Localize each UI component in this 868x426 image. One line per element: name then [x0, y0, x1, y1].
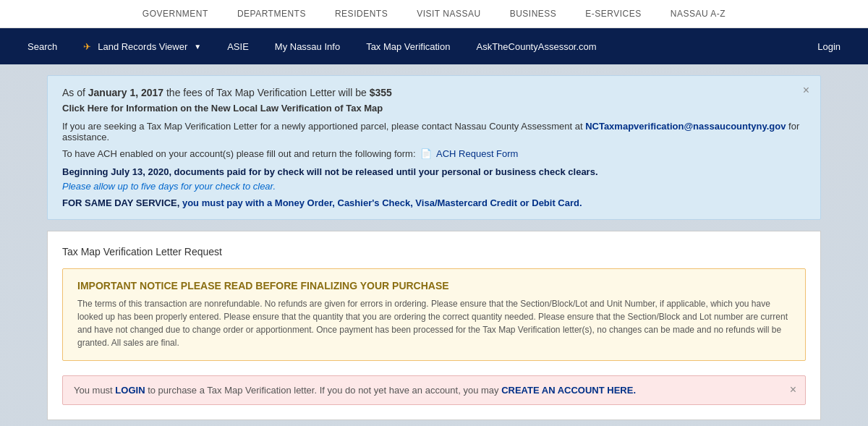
nav-tax-map-verification[interactable]: Tax Map Verification — [353, 28, 463, 64]
nav-login[interactable]: Login — [804, 28, 854, 64]
nav-my-nassau-info[interactable]: My Nassau Info — [262, 28, 353, 64]
top-nav-residents[interactable]: RESIDENTS — [335, 9, 388, 19]
nav-arrow-icon: ✈ — [83, 41, 91, 52]
check-sub: Please allow up to five days for your ch… — [62, 181, 806, 192]
fee-line: As of January 1, 2017 the fees of Tax Ma… — [62, 87, 806, 98]
dropdown-chevron-icon: ▼ — [194, 43, 201, 51]
nav-search[interactable]: Search — [14, 28, 70, 64]
login-required-text-2: to purchase a Tax Map Verification lette… — [148, 385, 498, 396]
page-content: × As of January 1, 2017 the fees of Tax … — [36, 64, 832, 426]
login-required-text-1: You must — [74, 385, 113, 396]
form-section: Tax Map Verification Letter Request IMPO… — [47, 231, 821, 420]
notice-close-button[interactable]: × — [803, 85, 809, 96]
login-required-close-button[interactable]: × — [790, 383, 796, 396]
nav-asie[interactable]: ASIE — [214, 28, 262, 64]
form-title: Tax Map Verification Letter Request — [62, 246, 806, 257]
important-notice-box: IMPORTANT NOTICE PLEASE READ BEFORE FINA… — [62, 268, 806, 361]
nav-land-records[interactable]: ✈ Land Records Viewer ▼ — [70, 28, 214, 64]
top-nav-visit-nassau[interactable]: VISIT NASSAU — [417, 9, 480, 19]
login-link[interactable]: LOGIN — [115, 385, 145, 396]
primary-nav: Search ✈ Land Records Viewer ▼ ASIE My N… — [0, 28, 868, 64]
ach-line: To have ACH enabled on your account(s) p… — [62, 148, 806, 159]
local-law-link[interactable]: Click Here for Information on the New Lo… — [62, 103, 806, 114]
same-day-service: FOR SAME DAY SERVICE, you must pay with … — [62, 197, 806, 208]
top-nav: GOVERNMENT DEPARTMENTS RESIDENTS VISIT N… — [0, 0, 868, 28]
top-nav-departments[interactable]: DEPARTMENTS — [237, 9, 306, 19]
top-nav-government[interactable]: GOVERNMENT — [142, 9, 208, 19]
important-notice-text: The terms of this transaction are nonref… — [77, 297, 791, 349]
fee-date: January 1, 2017 — [88, 87, 163, 98]
payment-methods: Money Order, Cashier's Check, Visa/Maste… — [275, 197, 582, 208]
nav-ask-county[interactable]: AskTheCountyAssessor.com — [463, 28, 609, 64]
check-warning: Beginning July 13, 2020, documents paid … — [62, 166, 806, 177]
page-wrapper: × As of January 1, 2017 the fees of Tax … — [0, 64, 868, 426]
ach-link[interactable]: ACH Request Form — [436, 148, 518, 159]
important-notice-title: IMPORTANT NOTICE PLEASE READ BEFORE FINA… — [77, 280, 791, 291]
login-required-box: × You must LOGIN to purchase a Tax Map V… — [62, 375, 806, 405]
top-nav-eservices[interactable]: E-SERVICES — [585, 9, 641, 19]
create-account-link[interactable]: CREATE AN ACCOUNT HERE. — [501, 385, 636, 396]
contact-email-link[interactable]: NCTaxmapverification@nassaucountyny.gov — [585, 121, 786, 132]
top-nav-business[interactable]: BUSINESS — [510, 9, 557, 19]
notice-banner: × As of January 1, 2017 the fees of Tax … — [47, 75, 821, 220]
contact-line: If you are seeking a Tax Map Verificatio… — [62, 121, 806, 142]
top-nav-nassau-az[interactable]: NASSAU A-Z — [671, 9, 726, 19]
fee-amount: $355 — [370, 87, 392, 98]
